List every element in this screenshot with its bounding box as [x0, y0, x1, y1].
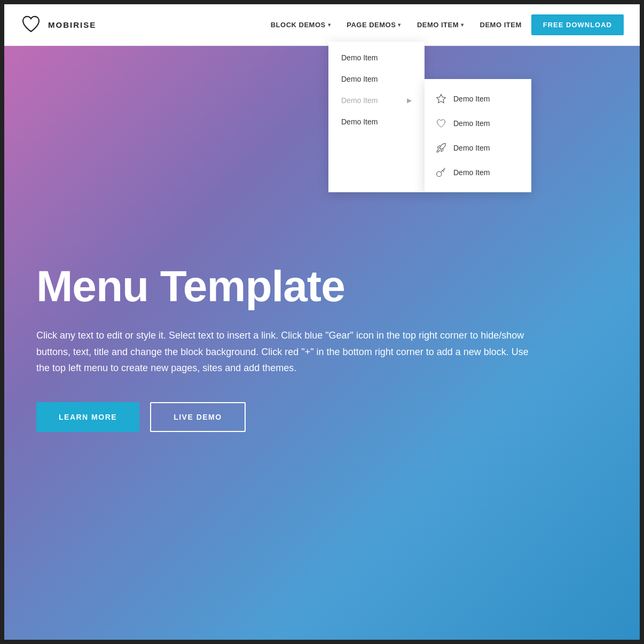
svg-marker-0: [437, 95, 446, 103]
nav-link-block-demos[interactable]: BLOCK DEMOS ▾: [264, 17, 337, 33]
sub-dropdown-item-3[interactable]: Demo Item: [425, 136, 531, 160]
nav-item-block-demos: BLOCK DEMOS ▾: [264, 17, 337, 33]
navbar: MOBIRISE BLOCK DEMOS ▾ PAGE DEMOS ▾ DEMO…: [4, 4, 640, 46]
hero-title: Menu Template: [36, 262, 608, 310]
brand-logo[interactable]: MOBIRISE: [20, 13, 96, 37]
primary-dropdown: Demo Item Demo Item Demo Item ▶ Demo Ite…: [328, 42, 425, 192]
heart-icon: [435, 117, 447, 129]
sub-dropdown-item-4[interactable]: Demo Item: [425, 160, 531, 185]
nav-item-demo-item-2: DEMO ITEM: [474, 17, 528, 33]
nav-menu: BLOCK DEMOS ▾ PAGE DEMOS ▾ DEMO ITEM ▾ D…: [264, 14, 624, 35]
dropdown-item-3-submenu[interactable]: Demo Item ▶: [328, 90, 425, 111]
chevron-down-icon: ▾: [328, 22, 331, 28]
brand-name: MOBIRISE: [48, 20, 96, 29]
svg-point-1: [437, 171, 442, 176]
sub-dropdown-item-2[interactable]: Demo Item: [425, 111, 531, 136]
dropdown-item-2[interactable]: Demo Item: [328, 68, 425, 90]
chevron-down-icon: ▾: [398, 22, 401, 28]
nav-item-page-demos: PAGE DEMOS ▾: [340, 17, 407, 33]
live-demo-button[interactable]: LIVE DEMO: [150, 402, 246, 432]
nav-link-demo-item-2[interactable]: DEMO ITEM: [474, 17, 528, 33]
nav-link-demo-item-1[interactable]: DEMO ITEM ▾: [411, 17, 470, 33]
dropdown-item-1[interactable]: Demo Item: [328, 47, 425, 68]
chevron-right-icon: ▶: [407, 97, 412, 104]
dropdown-item-4[interactable]: Demo Item: [328, 111, 425, 132]
hero-buttons: LEARN MORE LIVE DEMO: [36, 402, 608, 432]
hero-description: Click any text to edit or style it. Sele…: [36, 327, 544, 376]
learn-more-button[interactable]: LEARN MORE: [36, 402, 139, 432]
demo-dropdown-inner: Demo Item Demo Item Demo Item ▶ Demo Ite…: [328, 42, 531, 192]
heart-icon: [20, 13, 42, 37]
hero-section: Menu Template Click any text to edit or …: [4, 46, 640, 644]
chevron-down-icon: ▾: [461, 22, 464, 28]
free-download-button[interactable]: FREE DOWNLOAD: [531, 14, 624, 35]
star-icon: [435, 93, 447, 105]
sub-dropdown-item-1[interactable]: Demo Item: [425, 87, 531, 111]
secondary-dropdown: Demo Item Demo Item: [425, 79, 531, 192]
rocket-icon: [435, 142, 447, 154]
key-icon: [435, 167, 447, 178]
nav-link-page-demos[interactable]: PAGE DEMOS ▾: [340, 17, 407, 33]
nav-item-demo-item-1: DEMO ITEM ▾: [411, 17, 470, 33]
